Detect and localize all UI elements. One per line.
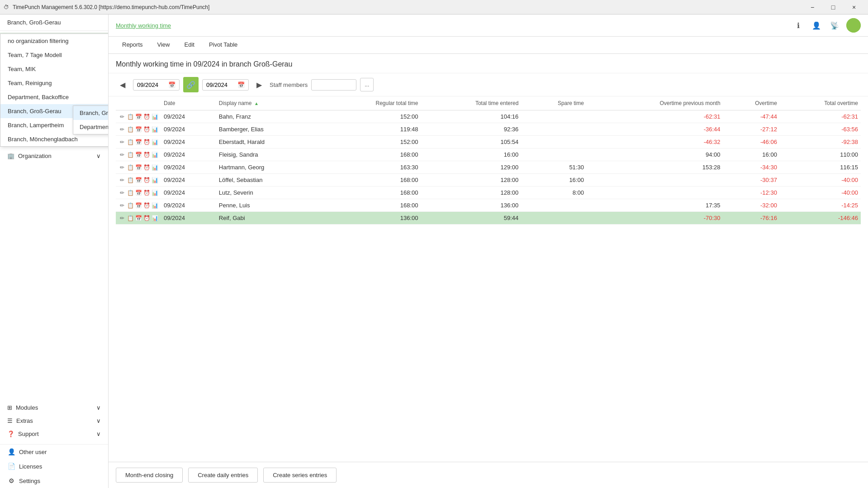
edit-icon[interactable]: ✏	[119, 164, 126, 171]
report-icon[interactable]: 📊	[151, 114, 158, 120]
dropdown-item-dept-backoffice[interactable]: Department, Backoffice ›	[0, 90, 109, 104]
nav-pivot-table[interactable]: Pivot Table	[203, 37, 244, 53]
table-row[interactable]: ✏ 📋 📅 ⏰ 📊 09/2024Fleisig, Sandra168:0016…	[116, 148, 861, 161]
next-month-button[interactable]: ▶	[252, 78, 266, 91]
maximize-button[interactable]: □	[823, 0, 844, 14]
sync-button[interactable]: 🔗	[183, 77, 199, 92]
report-icon[interactable]: 📊	[151, 202, 158, 209]
date-to-picker[interactable]: 📅	[202, 79, 249, 91]
prev-month-button[interactable]: ◀	[116, 78, 129, 91]
sidebar-support[interactable]: ❓ Support ∨	[0, 427, 108, 440]
calendar-icon[interactable]: 📋	[127, 190, 134, 196]
branch-selector[interactable]: Branch, Groß-Gerau no organization filte…	[0, 14, 108, 31]
col-total-overtime: Total overtime	[780, 96, 861, 110]
month-end-closing-button[interactable]: Month-end closing	[116, 468, 183, 483]
edit-icon[interactable]: ✏	[119, 202, 126, 209]
schedule-icon[interactable]: 📅	[135, 190, 142, 196]
edit-icon[interactable]: ✏	[119, 114, 126, 120]
dropdown-item-team-mik[interactable]: Team, MIK	[0, 62, 109, 76]
dropdown-item-team-reinigung[interactable]: Team, Reinigung	[0, 76, 109, 90]
table-row[interactable]: ✏ 📋 📅 ⏰ 📊 09/2024Lutz, Severin168:00128:…	[116, 187, 861, 199]
close-button[interactable]: ×	[844, 0, 864, 14]
schedule-icon[interactable]: 📅	[135, 215, 142, 221]
report-icon[interactable]: 📊	[151, 190, 158, 196]
table-row[interactable]: ✏ 📋 📅 ⏰ 📊 09/2024Hartmann, Georg163:3012…	[116, 161, 861, 174]
clock-icon[interactable]: ⏰	[143, 215, 150, 221]
calendar-icon[interactable]: 📋	[127, 114, 134, 120]
table-row[interactable]: ✏ 📋 📅 ⏰ 📊 09/2024Löffel, Sebastian168:00…	[116, 174, 861, 187]
row-actions: ✏ 📋 📅 ⏰ 📊	[116, 123, 161, 136]
table-row[interactable]: ✏ 📋 📅 ⏰ 📊 09/2024Bamberger, Elias119:489…	[116, 123, 861, 136]
calendar-icon[interactable]: 📋	[127, 126, 134, 133]
dropdown-item-no-filter[interactable]: no organization filtering	[0, 34, 109, 48]
table-cell	[521, 123, 587, 136]
sidebar-extras[interactable]: ☰ Extras ∨	[0, 414, 108, 427]
rss-icon[interactable]: 📡	[828, 19, 841, 32]
date-from-picker[interactable]: 📅	[133, 79, 180, 91]
edit-icon[interactable]: ✏	[119, 190, 126, 196]
clock-icon[interactable]: ⏰	[143, 126, 150, 133]
nav-view[interactable]: View	[151, 37, 176, 53]
report-icon[interactable]: 📊	[151, 177, 158, 183]
clock-icon[interactable]: ⏰	[143, 114, 150, 120]
date-to-input[interactable]	[206, 81, 236, 88]
calendar-icon[interactable]: 📋	[127, 215, 134, 221]
edit-icon[interactable]: ✏	[119, 215, 126, 221]
user-profile-icon[interactable]: 👤	[810, 19, 823, 32]
schedule-icon[interactable]: 📅	[135, 114, 142, 120]
clock-icon[interactable]: ⏰	[143, 177, 150, 183]
sidebar-item-organization[interactable]: 🏢 Organization ∨	[0, 149, 108, 163]
sidebar-item-settings[interactable]: ⚙ Settings	[0, 474, 108, 488]
calendar-icon[interactable]: 📋	[127, 152, 134, 158]
table-row[interactable]: ✏ 📋 📅 ⏰ 📊 09/2024Eberstadt, Harald152:00…	[116, 136, 861, 148]
table-cell: 09/2024	[161, 174, 216, 187]
sidebar-item-licenses[interactable]: 📄 Licenses	[0, 459, 108, 474]
dropdown-item-team-7tage[interactable]: Team, 7 Tage Modell	[0, 48, 109, 62]
col-date: Date	[161, 96, 216, 110]
table-row[interactable]: ✏ 📋 📅 ⏰ 📊 09/2024Reif, Gabi136:0059:44-7…	[116, 212, 861, 225]
calendar-icon[interactable]: 📋	[127, 177, 134, 183]
sub-dropdown-item-dept-vertrieb[interactable]: Department, Vertrieb ›	[73, 120, 109, 134]
sidebar-modules[interactable]: ⊞ Modules ∨	[0, 401, 108, 414]
more-options-button[interactable]: ...	[360, 78, 374, 91]
create-series-entries-button[interactable]: Create series entries	[263, 468, 337, 483]
clock-icon[interactable]: ⏰	[143, 190, 150, 196]
table-row[interactable]: ✏ 📋 📅 ⏰ 📊 09/2024Bahn, Franz152:00104:16…	[116, 110, 861, 123]
clock-icon[interactable]: ⏰	[143, 202, 150, 209]
sub-dropdown-item-branch-grossgerau[interactable]: Branch, Groß-Gerau	[73, 106, 109, 120]
report-icon[interactable]: 📊	[151, 152, 158, 158]
clock-icon[interactable]: ⏰	[143, 139, 150, 145]
schedule-icon[interactable]: 📅	[135, 202, 142, 209]
monthly-working-time-link[interactable]: Monthly working time	[116, 22, 171, 29]
schedule-icon[interactable]: 📅	[135, 177, 142, 183]
create-daily-entries-button[interactable]: Create daily entries	[188, 468, 258, 483]
report-icon[interactable]: 📊	[151, 139, 158, 145]
schedule-icon[interactable]: 📅	[135, 152, 142, 158]
calendar-icon[interactable]: 📋	[127, 164, 134, 171]
avatar[interactable]	[846, 18, 861, 33]
info-icon[interactable]: ℹ	[792, 19, 805, 32]
edit-icon[interactable]: ✏	[119, 152, 126, 158]
edit-icon[interactable]: ✏	[119, 139, 126, 145]
nav-edit[interactable]: Edit	[178, 37, 200, 53]
date-from-input[interactable]	[137, 81, 166, 88]
table-cell: -40:00	[780, 187, 861, 199]
edit-icon[interactable]: ✏	[119, 126, 126, 133]
clock-icon[interactable]: ⏰	[143, 152, 150, 158]
sidebar-item-other-user[interactable]: 👤 Other user	[0, 445, 108, 459]
minimize-button[interactable]: −	[802, 0, 823, 14]
staff-members-input[interactable]	[311, 79, 356, 91]
nav-reports[interactable]: Reports	[116, 37, 149, 53]
calendar-icon[interactable]: 📋	[127, 139, 134, 145]
schedule-icon[interactable]: 📅	[135, 126, 142, 133]
edit-icon[interactable]: ✏	[119, 177, 126, 183]
report-icon[interactable]: 📊	[151, 215, 158, 221]
schedule-icon[interactable]: 📅	[135, 164, 142, 171]
report-icon[interactable]: 📊	[151, 126, 158, 133]
table-cell: 92:36	[421, 123, 522, 136]
report-icon[interactable]: 📊	[151, 164, 158, 171]
clock-icon[interactable]: ⏰	[143, 164, 150, 171]
schedule-icon[interactable]: 📅	[135, 139, 142, 145]
calendar-icon[interactable]: 📋	[127, 202, 134, 209]
table-row[interactable]: ✏ 📋 📅 ⏰ 📊 09/2024Penne, Luis168:00136:00…	[116, 199, 861, 212]
